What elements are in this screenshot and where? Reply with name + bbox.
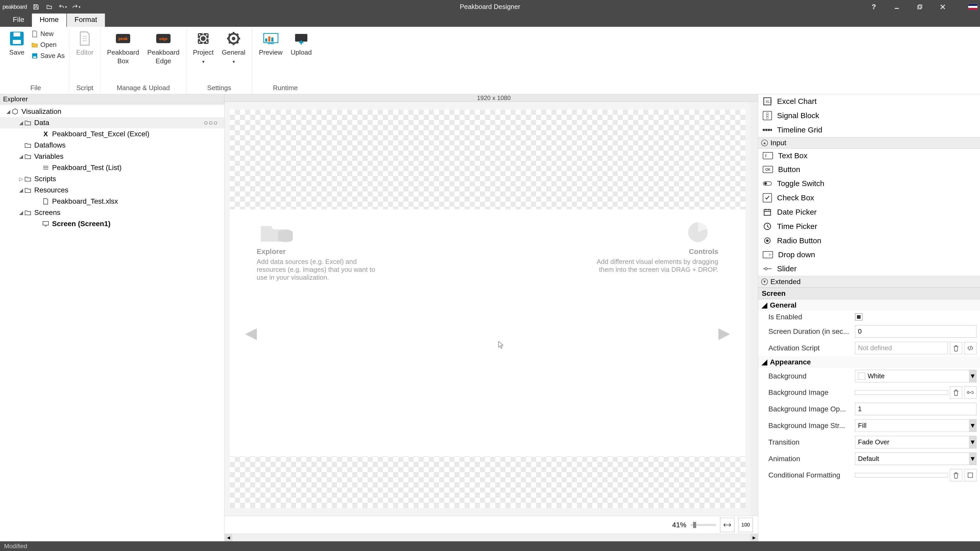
vertical-scrollbar[interactable] bbox=[750, 102, 758, 516]
design-surface[interactable]: ◀ Explorer Add data sources (e.g. Excel)… bbox=[230, 110, 745, 508]
expand-icon[interactable]: ◢ bbox=[18, 187, 24, 193]
tab-file[interactable]: File bbox=[5, 13, 32, 27]
tree-dataflows[interactable]: Dataflows bbox=[0, 140, 224, 151]
peakboard-edge-button[interactable]: edge Peakboard Edge bbox=[143, 29, 183, 67]
control-timeline-grid[interactable]: Timeline Grid bbox=[758, 123, 980, 137]
bg-image-stretch-select[interactable]: Fill ▼ bbox=[855, 419, 977, 432]
minimize-button[interactable] bbox=[892, 2, 902, 12]
svg-rect-2 bbox=[918, 5, 922, 8]
isenabled-checkbox[interactable] bbox=[855, 313, 862, 321]
controls-section-extended[interactable]: ▼ Extended bbox=[758, 276, 980, 287]
tree-screen1[interactable]: Screen (Screen1) bbox=[0, 218, 224, 229]
tree-label: Scripts bbox=[34, 175, 56, 183]
folder-icon bbox=[24, 187, 32, 193]
tab-format[interactable]: Format bbox=[67, 13, 105, 27]
scroll-right-icon[interactable]: ▶ bbox=[750, 534, 758, 541]
canvas-body[interactable]: ◀ Explorer Add data sources (e.g. Excel)… bbox=[224, 102, 750, 516]
tree-var-list[interactable]: Peakboard_Test (List) bbox=[0, 162, 224, 173]
editor-label: Editor bbox=[76, 48, 94, 57]
tree-resources[interactable]: ◢ Resources bbox=[0, 184, 224, 196]
hint-body: Add data sources (e.g. Excel) and resour… bbox=[257, 258, 379, 281]
animation-select[interactable]: Default ▼ bbox=[855, 453, 977, 465]
editor-icon bbox=[76, 30, 93, 47]
tree-scripts[interactable]: ▷ Scripts bbox=[0, 173, 224, 184]
control-slider[interactable]: Slider bbox=[758, 262, 980, 276]
expand-icon[interactable]: ◢ bbox=[18, 210, 24, 216]
expand-icon[interactable]: ◢ bbox=[18, 153, 24, 159]
horizontal-scrollbar[interactable]: ◀ ▶ bbox=[224, 534, 758, 541]
tab-home[interactable]: Home bbox=[32, 13, 66, 27]
control-signal-block[interactable]: Signal Block bbox=[758, 108, 980, 123]
qat-undo-icon[interactable]: ▾ bbox=[59, 3, 67, 11]
prop-section-general[interactable]: ◢ General bbox=[758, 299, 980, 311]
saveas-button[interactable]: Save As bbox=[31, 52, 65, 60]
tree-data[interactable]: ◢ Data ○○○ bbox=[0, 117, 224, 129]
dropdown-arrow-icon[interactable]: ▼ bbox=[969, 370, 976, 382]
prop-transition: Transition Fade Over ▼ bbox=[758, 434, 980, 451]
expand-icon[interactable]: ◢ bbox=[5, 108, 11, 114]
edit-button[interactable] bbox=[964, 469, 977, 481]
tree-screens[interactable]: ◢ Screens bbox=[0, 207, 224, 218]
screen-duration-input[interactable]: 0 bbox=[855, 325, 977, 338]
new-button[interactable]: New bbox=[31, 30, 65, 38]
tree-excel-source[interactable]: X Peakboard_Test_Excel (Excel) bbox=[0, 129, 224, 140]
qat-save-icon[interactable] bbox=[32, 3, 40, 11]
color-swatch bbox=[858, 373, 865, 380]
folder-icon bbox=[24, 120, 32, 125]
help-button[interactable]: ? bbox=[869, 2, 879, 12]
close-button[interactable] bbox=[938, 2, 948, 12]
control-toggle-switch[interactable]: Toggle Switch bbox=[758, 176, 980, 191]
delete-button[interactable] bbox=[950, 386, 962, 399]
cond-fmt-input[interactable] bbox=[855, 473, 948, 478]
expand-icon[interactable]: ▷ bbox=[18, 176, 24, 182]
peakboard-box-button[interactable]: peak Peakboard Box bbox=[103, 29, 143, 67]
prop-label: Screen Duration (in sec... bbox=[768, 327, 853, 336]
qat-open-icon[interactable] bbox=[45, 3, 53, 11]
dropdown-arrow-icon[interactable]: ▼ bbox=[969, 453, 976, 465]
qat-redo-icon[interactable]: ▾ bbox=[72, 3, 80, 11]
control-date-picker[interactable]: Date Picker bbox=[758, 205, 980, 219]
activation-script-input[interactable]: Not defined bbox=[855, 342, 948, 354]
tree-resource-file[interactable]: Peakboard_Test.xlsx bbox=[0, 196, 224, 207]
control-time-picker[interactable]: Time Picker bbox=[758, 219, 980, 233]
prop-section-appearance[interactable]: ◢ Appearance bbox=[758, 356, 980, 368]
language-flag-icon[interactable] bbox=[968, 4, 977, 10]
controls-section-input[interactable]: ▲ Input bbox=[758, 137, 980, 149]
link-button[interactable] bbox=[964, 386, 977, 399]
open-button[interactable]: Open bbox=[31, 41, 65, 49]
svg-rect-30 bbox=[43, 222, 48, 225]
ribbon-group-runtime: Preview Upload Runtime bbox=[252, 29, 318, 94]
delete-button[interactable] bbox=[950, 342, 962, 354]
project-button[interactable]: Project▾ bbox=[189, 29, 218, 67]
background-select[interactable]: White ▼ bbox=[855, 370, 977, 382]
control-excel-chart[interactable]: XLS Excel Chart bbox=[758, 94, 980, 108]
control-radio-button[interactable]: Radio Button bbox=[758, 233, 980, 248]
bg-image-opacity-input[interactable]: 1 bbox=[855, 403, 977, 415]
delete-button[interactable] bbox=[950, 469, 962, 481]
preview-button[interactable]: Preview bbox=[255, 29, 286, 59]
svg-rect-26 bbox=[301, 43, 302, 44]
bg-image-input[interactable] bbox=[855, 390, 948, 395]
control-dropdown[interactable]: Drop down bbox=[758, 248, 980, 262]
more-icon[interactable]: ○○○ bbox=[204, 119, 218, 127]
general-button[interactable]: General▾ bbox=[218, 29, 250, 67]
fit-width-button[interactable] bbox=[720, 518, 734, 532]
dropdown-arrow-icon[interactable]: ▼ bbox=[969, 419, 976, 432]
zoom-100-button[interactable]: 100 bbox=[738, 518, 753, 532]
upload-button[interactable]: Upload bbox=[287, 29, 316, 59]
editor-button[interactable]: Editor bbox=[72, 29, 97, 59]
dropdown-arrow-icon[interactable]: ▼ bbox=[969, 436, 976, 448]
control-text-box[interactable]: Text Box bbox=[758, 149, 980, 163]
save-button[interactable]: Save bbox=[5, 29, 29, 59]
tree-variables[interactable]: ◢ Variables bbox=[0, 151, 224, 162]
project-label: Project▾ bbox=[193, 48, 214, 65]
script-editor-button[interactable] bbox=[964, 342, 977, 354]
zoom-slider[interactable] bbox=[690, 524, 716, 526]
tree-visualization[interactable]: ◢ Visualization bbox=[0, 106, 224, 117]
maximize-button[interactable] bbox=[915, 2, 925, 12]
transition-select[interactable]: Fade Over ▼ bbox=[855, 436, 977, 448]
control-button[interactable]: OK Button bbox=[758, 163, 980, 176]
expand-icon[interactable]: ◢ bbox=[18, 120, 24, 126]
control-check-box[interactable]: Check Box bbox=[758, 191, 980, 205]
scroll-left-icon[interactable]: ◀ bbox=[224, 534, 232, 541]
